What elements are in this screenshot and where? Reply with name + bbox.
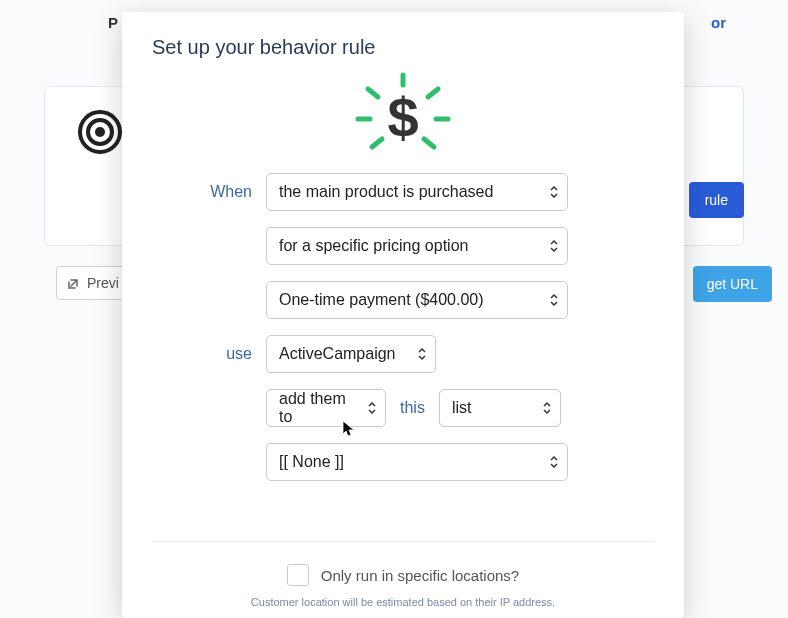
get-url-button[interactable]: get URL — [693, 266, 772, 302]
select-pricing-option[interactable]: One-time payment ($400.00) — [266, 281, 568, 319]
select-target-value[interactable]: [[ None ]] — [266, 443, 568, 481]
connector-this: this — [400, 399, 425, 417]
select-pricing-value: One-time payment ($400.00) — [279, 291, 484, 309]
row-pricing: One-time payment ($400.00) — [200, 281, 654, 319]
external-link-icon — [67, 276, 81, 290]
modal-title: Set up your behavior rule — [152, 36, 654, 59]
row-condition: for a specific pricing option — [200, 227, 654, 265]
svg-line-4 — [368, 89, 378, 97]
label-use: use — [200, 345, 252, 363]
locations-checkbox-label: Only run in specific locations? — [321, 567, 519, 584]
row-integration: use ActiveCampaign — [200, 335, 654, 373]
svg-text:$: $ — [387, 86, 418, 149]
row-target-value: [[ None ]] — [200, 443, 654, 481]
svg-line-9 — [424, 139, 434, 147]
select-action[interactable]: add them to — [266, 389, 386, 427]
select-action-value: add them to — [279, 390, 357, 426]
select-target-value-text: [[ None ]] — [279, 453, 344, 471]
locations-footer-note: Customer location will be estimated base… — [251, 596, 555, 608]
row-action: add them to this list — [200, 389, 654, 427]
select-integration-value: ActiveCampaign — [279, 345, 396, 363]
select-trigger-value: the main product is purchased — [279, 183, 493, 201]
row-trigger: When the main product is purchased — [200, 173, 654, 211]
select-condition-value: for a specific pricing option — [279, 237, 468, 255]
select-integration[interactable]: ActiveCampaign — [266, 335, 436, 373]
rule-form: When the main product is purchased for a… — [152, 173, 654, 481]
add-rule-button-label: rule — [705, 192, 728, 208]
svg-line-5 — [428, 89, 438, 97]
svg-line-8 — [372, 139, 382, 147]
select-target-type-value: list — [452, 399, 472, 417]
select-arrows-icon — [367, 400, 377, 416]
dollar-sparkle-icon: $ — [348, 71, 458, 161]
select-arrows-icon — [549, 184, 559, 200]
behavior-rule-modal: Set up your behavior rule $ When the mai… — [122, 12, 684, 618]
select-arrows-icon — [549, 238, 559, 254]
select-arrows-icon — [549, 454, 559, 470]
get-url-button-label: get URL — [707, 276, 758, 292]
topbar-left-text: P — [108, 14, 118, 38]
select-target-type[interactable]: list — [439, 389, 561, 427]
select-trigger[interactable]: the main product is purchased — [266, 173, 568, 211]
locations-checkbox[interactable] — [287, 564, 309, 586]
location-toggle-row: Only run in specific locations? — [287, 564, 519, 586]
target-icon — [78, 110, 122, 154]
select-arrows-icon — [549, 292, 559, 308]
select-arrows-icon — [417, 346, 427, 362]
add-rule-button[interactable]: rule — [689, 182, 744, 218]
modal-footer: Only run in specific locations? Customer… — [152, 541, 654, 608]
select-condition[interactable]: for a specific pricing option — [266, 227, 568, 265]
preview-button-label: Previ — [87, 275, 119, 291]
topbar-right-text: or — [711, 14, 726, 38]
label-when: When — [200, 183, 252, 201]
svg-point-2 — [95, 127, 105, 137]
select-arrows-icon — [542, 400, 552, 416]
